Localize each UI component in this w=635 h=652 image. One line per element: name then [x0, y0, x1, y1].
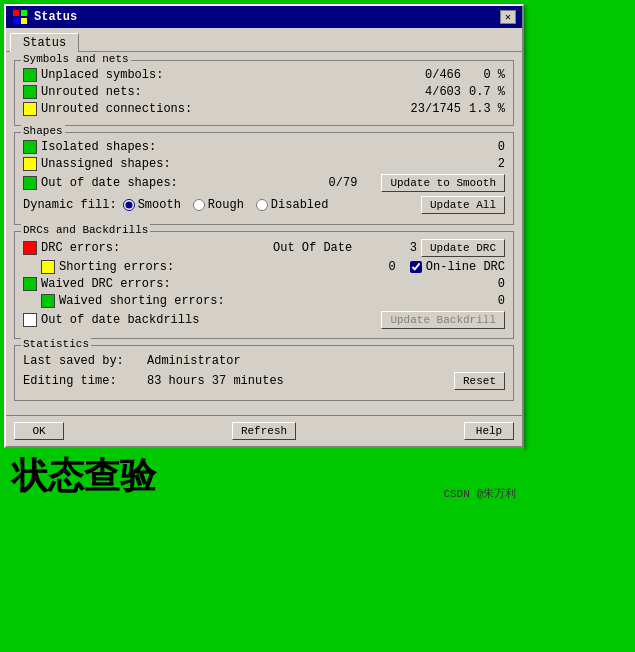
statistics-section: Statistics Last saved by: Administrator …: [14, 345, 514, 401]
unrouted-connections-icon: [23, 102, 37, 116]
disabled-label: Disabled: [271, 198, 329, 212]
last-saved-label: Last saved by:: [23, 354, 143, 368]
title-text: Status: [34, 10, 77, 24]
shorting-errors-row: Shorting errors: 0 On-line DRC: [41, 260, 505, 274]
tab-bar: Status: [6, 28, 522, 52]
disabled-radio[interactable]: Disabled: [256, 198, 329, 212]
unrouted-nets-row: Unrouted nets: 4/603 0.7 %: [23, 85, 505, 99]
backdrills-icon: [23, 313, 37, 327]
shapes-section: Shapes Isolated shapes: 0 Unassigned sha…: [14, 132, 514, 225]
unrouted-connections-label: Unrouted connections:: [41, 102, 397, 116]
out-of-date-shapes-label: Out of date shapes:: [41, 176, 293, 190]
drcs-section: DRCs and Backdrills DRC errors: Out Of D…: [14, 231, 514, 339]
shapes-title: Shapes: [21, 125, 65, 137]
editing-time-value: 83 hours 37 minutes: [147, 374, 450, 388]
editing-time-label: Editing time:: [23, 374, 143, 388]
svg-rect-1: [21, 10, 27, 16]
waived-shorting-value: 0: [445, 294, 505, 308]
out-of-date-shapes-value: 0/79: [297, 176, 357, 190]
out-of-date-shapes-icon: [23, 176, 37, 190]
chinese-text: 状态查验: [12, 452, 156, 501]
drc-errors-status: Out Of Date: [273, 241, 353, 255]
watermark: CSDN @朱万利: [443, 486, 516, 501]
waived-shorting-label: Waived shorting errors:: [59, 294, 441, 308]
drcs-title: DRCs and Backdrills: [21, 224, 150, 236]
backdrills-label: Out of date backdrills: [41, 313, 377, 327]
out-of-date-backdrills-row: Out of date backdrills Update Backdrill: [23, 311, 505, 329]
dynamic-fill-radio-group: Smooth Rough Disabled: [123, 198, 329, 212]
help-button[interactable]: Help: [464, 422, 514, 440]
dynamic-fill-label: Dynamic fill:: [23, 198, 117, 212]
unrouted-connections-row: Unrouted connections: 23/1745 1.3 %: [23, 102, 505, 116]
unrouted-nets-icon: [23, 85, 37, 99]
app-icon: [12, 9, 28, 25]
svg-rect-2: [13, 18, 19, 24]
tab-status[interactable]: Status: [10, 33, 79, 52]
waived-shorting-row: Waived shorting errors: 0: [41, 294, 505, 308]
isolated-shapes-label: Isolated shapes:: [41, 140, 441, 154]
drc-errors-value: 3: [357, 241, 417, 255]
drc-errors-icon: [23, 241, 37, 255]
dynamic-fill-row: Dynamic fill: Smooth Rough Disabled: [23, 196, 505, 214]
status-window: Status ✕ Status Symbols and nets Unplace…: [4, 4, 524, 448]
ok-button[interactable]: OK: [14, 422, 64, 440]
drc-errors-label: DRC errors:: [41, 241, 269, 255]
editing-time-row: Editing time: 83 hours 37 minutes Reset: [23, 372, 505, 390]
title-bar: Status ✕: [6, 6, 522, 28]
shorting-errors-icon: [41, 260, 55, 274]
unplaced-symbols-row: Unplaced symbols: 0/466 0 %: [23, 68, 505, 82]
close-button[interactable]: ✕: [500, 10, 516, 24]
drc-errors-row: DRC errors: Out Of Date 3 Update DRC: [23, 239, 505, 257]
smooth-label: Smooth: [138, 198, 181, 212]
isolated-shapes-row: Isolated shapes: 0: [23, 140, 505, 154]
smooth-radio[interactable]: Smooth: [123, 198, 181, 212]
isolated-shapes-icon: [23, 140, 37, 154]
symbols-nets-title: Symbols and nets: [21, 53, 131, 65]
update-smooth-button[interactable]: Update to Smooth: [381, 174, 505, 192]
unassigned-shapes-label: Unassigned shapes:: [41, 157, 441, 171]
unrouted-connections-value: 23/1745: [401, 102, 461, 116]
unassigned-shapes-icon: [23, 157, 37, 171]
isolated-shapes-value: 0: [445, 140, 505, 154]
online-drc-checkbox[interactable]: On-line DRC: [410, 260, 505, 274]
online-drc-label: On-line DRC: [426, 260, 505, 274]
update-drc-button[interactable]: Update DRC: [421, 239, 505, 257]
shorting-errors-label: Shorting errors:: [59, 260, 332, 274]
rough-label: Rough: [208, 198, 244, 212]
waived-drc-row: Waived DRC errors: 0: [23, 277, 505, 291]
unplaced-symbols-value: 0/466: [401, 68, 461, 82]
content-area: Symbols and nets Unplaced symbols: 0/466…: [6, 52, 522, 415]
unrouted-connections-pct: 1.3 %: [465, 102, 505, 116]
out-of-date-shapes-row: Out of date shapes: 0/79 Update to Smoot…: [23, 174, 505, 192]
svg-rect-0: [13, 10, 19, 16]
symbols-nets-section: Symbols and nets Unplaced symbols: 0/466…: [14, 60, 514, 126]
unassigned-shapes-row: Unassigned shapes: 2: [23, 157, 505, 171]
unassigned-shapes-value: 2: [445, 157, 505, 171]
waived-drc-value: 0: [445, 277, 505, 291]
update-all-button[interactable]: Update All: [421, 196, 505, 214]
update-backdrill-button[interactable]: Update Backdrill: [381, 311, 505, 329]
last-saved-row: Last saved by: Administrator: [23, 354, 505, 368]
waived-drc-icon: [23, 277, 37, 291]
rough-radio[interactable]: Rough: [193, 198, 244, 212]
bottom-bar: OK Refresh Help: [6, 415, 522, 446]
shorting-errors-value: 0: [336, 260, 396, 274]
statistics-title: Statistics: [21, 338, 91, 350]
svg-rect-3: [21, 18, 27, 24]
last-saved-value: Administrator: [147, 354, 505, 368]
unplaced-symbols-icon: [23, 68, 37, 82]
unrouted-nets-label: Unrouted nets:: [41, 85, 397, 99]
unrouted-nets-value: 4/603: [401, 85, 461, 99]
refresh-button[interactable]: Refresh: [232, 422, 296, 440]
reset-button[interactable]: Reset: [454, 372, 505, 390]
unplaced-symbols-label: Unplaced symbols:: [41, 68, 397, 82]
unrouted-nets-pct: 0.7 %: [465, 85, 505, 99]
waived-shorting-icon: [41, 294, 55, 308]
unplaced-symbols-pct: 0 %: [465, 68, 505, 82]
waived-drc-label: Waived DRC errors:: [41, 277, 441, 291]
